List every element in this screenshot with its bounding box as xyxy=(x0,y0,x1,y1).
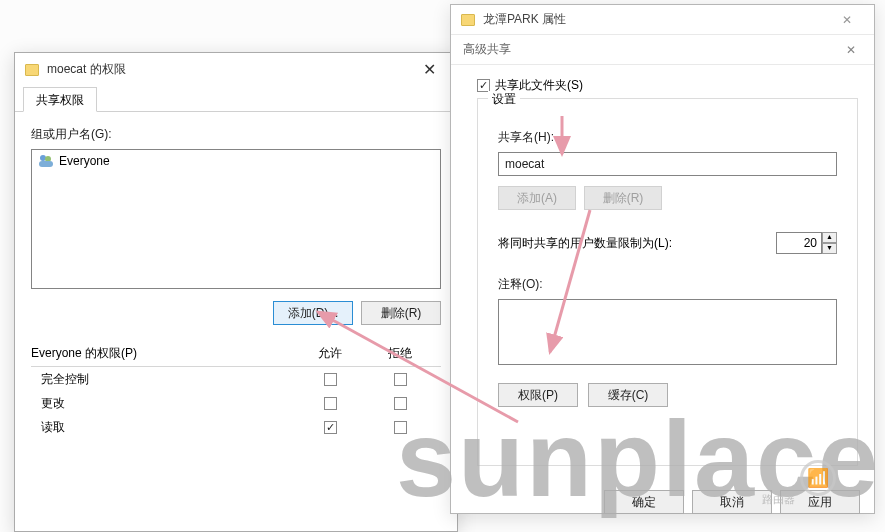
spin-down-icon[interactable]: ▼ xyxy=(822,243,837,254)
tab-share-permissions[interactable]: 共享权限 xyxy=(23,87,97,112)
settings-group: 设置 共享名(H): 添加(A) 删除(R) 将同时共享的用户数量限制为(L):… xyxy=(477,98,858,466)
tabs: 共享权限 xyxy=(15,86,457,112)
close-button[interactable]: ✕ xyxy=(407,56,451,84)
permissions-button[interactable]: 权限(P) xyxy=(498,383,578,407)
perm-name: 完全控制 xyxy=(41,371,295,388)
table-row: 读取 xyxy=(31,415,441,439)
dialog-body: 组或用户名(G): Everyone 添加(D)... 删除(R) Everyo… xyxy=(15,112,457,451)
comment-input[interactable] xyxy=(498,299,837,365)
settings-legend: 设置 xyxy=(488,91,520,108)
user-limit-input[interactable] xyxy=(776,232,822,254)
advanced-sharing-header: 高级共享 ✕ xyxy=(451,35,874,65)
properties-dialog: 龙潭PARK 属性 ✕ 高级共享 ✕ 共享此文件夹(S) 设置 共享名(H): … xyxy=(450,4,875,514)
advanced-sharing-title: 高级共享 xyxy=(463,41,511,58)
user-limit-label: 将同时共享的用户数量限制为(L): xyxy=(498,235,776,252)
dialog-footer: 确定 取消 应用 xyxy=(451,482,874,514)
spin-up-icon[interactable]: ▲ xyxy=(822,232,837,243)
list-item[interactable]: Everyone xyxy=(34,152,438,170)
permissions-header: Everyone 的权限(P) 允许 拒绝 xyxy=(31,345,441,362)
close-icon[interactable]: ✕ xyxy=(836,43,866,57)
comment-label: 注释(O): xyxy=(498,276,837,293)
user-name: Everyone xyxy=(59,154,110,168)
apply-button[interactable]: 应用 xyxy=(780,490,860,514)
titlebar: moecat 的权限 ✕ xyxy=(15,53,457,86)
window-title: moecat 的权限 xyxy=(47,61,407,78)
allow-checkbox[interactable] xyxy=(324,397,337,410)
perm-name: 读取 xyxy=(41,419,295,436)
close-button[interactable]: ✕ xyxy=(826,6,868,34)
permissions-for-label: Everyone 的权限(P) xyxy=(31,345,295,362)
remove-button[interactable]: 删除(R) xyxy=(361,301,441,325)
add-share-button: 添加(A) xyxy=(498,186,576,210)
deny-checkbox[interactable] xyxy=(394,397,407,410)
users-icon xyxy=(38,154,54,168)
allow-checkbox[interactable] xyxy=(324,373,337,386)
deny-checkbox[interactable] xyxy=(394,421,407,434)
folder-icon xyxy=(461,14,475,26)
table-row: 更改 xyxy=(31,391,441,415)
folder-icon xyxy=(25,64,39,76)
table-row: 完全控制 xyxy=(31,367,441,391)
perm-name: 更改 xyxy=(41,395,295,412)
user-limit-spinner[interactable]: ▲ ▼ xyxy=(776,232,837,254)
groups-users-label: 组或用户名(G): xyxy=(31,126,441,143)
cache-button[interactable]: 缓存(C) xyxy=(588,383,668,407)
ok-button[interactable]: 确定 xyxy=(604,490,684,514)
titlebar: 龙潭PARK 属性 ✕ xyxy=(451,5,874,35)
advanced-body: 共享此文件夹(S) 设置 共享名(H): 添加(A) 删除(R) 将同时共享的用… xyxy=(451,65,874,482)
window-title: 龙潭PARK 属性 xyxy=(483,11,826,28)
add-button[interactable]: 添加(D)... xyxy=(273,301,353,325)
svg-rect-2 xyxy=(39,161,53,167)
permissions-table: 完全控制 更改 读取 xyxy=(31,366,441,439)
users-list[interactable]: Everyone xyxy=(31,149,441,289)
column-deny: 拒绝 xyxy=(365,345,435,362)
allow-checkbox[interactable] xyxy=(324,421,337,434)
permissions-dialog: moecat 的权限 ✕ 共享权限 组或用户名(G): Everyone 添加(… xyxy=(14,52,458,532)
column-allow: 允许 xyxy=(295,345,365,362)
remove-share-button: 删除(R) xyxy=(584,186,662,210)
sharename-input[interactable] xyxy=(498,152,837,176)
sharename-label: 共享名(H): xyxy=(498,129,837,146)
cancel-button[interactable]: 取消 xyxy=(692,490,772,514)
svg-point-0 xyxy=(40,155,46,161)
deny-checkbox[interactable] xyxy=(394,373,407,386)
